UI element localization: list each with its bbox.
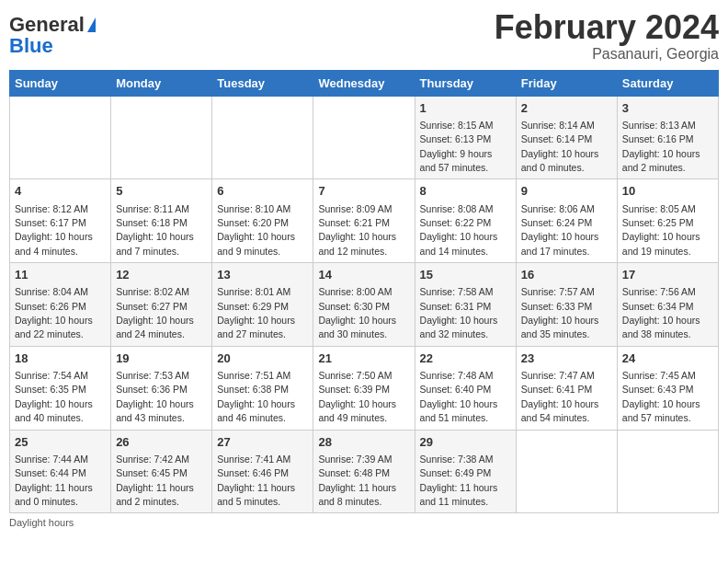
- calendar-cell: [212, 96, 313, 179]
- title-area: February 2024 Pasanauri, Georgia: [495, 9, 719, 63]
- day-number: 1: [420, 100, 511, 117]
- day-number: 15: [420, 267, 511, 283]
- calendar-week-4: 18Sunrise: 7:54 AM Sunset: 6:35 PM Dayli…: [10, 346, 719, 430]
- calendar-cell: 26Sunrise: 7:42 AM Sunset: 6:45 PM Dayli…: [111, 430, 212, 513]
- day-number: 20: [217, 350, 308, 367]
- day-info: Sunrise: 7:58 AM Sunset: 6:31 PM Dayligh…: [420, 286, 498, 339]
- day-info: Sunrise: 8:05 AM Sunset: 6:25 PM Dayligh…: [622, 203, 700, 257]
- day-number: 4: [15, 183, 106, 200]
- calendar-cell: 2Sunrise: 8:14 AM Sunset: 6:14 PM Daylig…: [516, 96, 617, 179]
- day-number: 6: [217, 183, 308, 200]
- day-number: 5: [116, 183, 207, 200]
- day-number: 23: [521, 350, 612, 367]
- day-number: 24: [622, 350, 713, 367]
- calendar-cell: 1Sunrise: 8:15 AM Sunset: 6:13 PM Daylig…: [415, 96, 516, 179]
- col-header-monday: Monday: [111, 70, 212, 96]
- day-number: 29: [420, 434, 511, 451]
- day-info: Sunrise: 8:01 AM Sunset: 6:29 PM Dayligh…: [217, 286, 295, 339]
- calendar-cell: 12Sunrise: 8:02 AM Sunset: 6:27 PM Dayli…: [111, 263, 212, 347]
- calendar-week-5: 25Sunrise: 7:44 AM Sunset: 6:44 PM Dayli…: [10, 430, 719, 513]
- day-info: Sunrise: 8:02 AM Sunset: 6:27 PM Dayligh…: [116, 286, 194, 339]
- calendar-cell: 8Sunrise: 8:08 AM Sunset: 6:22 PM Daylig…: [415, 179, 516, 263]
- page-header: General Blue February 2024 Pasanauri, Ge…: [9, 9, 719, 63]
- calendar-cell: 27Sunrise: 7:41 AM Sunset: 6:46 PM Dayli…: [212, 430, 313, 513]
- day-info: Sunrise: 8:10 AM Sunset: 6:20 PM Dayligh…: [217, 203, 295, 257]
- day-number: 17: [622, 267, 713, 283]
- calendar-cell: 17Sunrise: 7:56 AM Sunset: 6:34 PM Dayli…: [617, 263, 718, 347]
- calendar-cell: 9Sunrise: 8:06 AM Sunset: 6:24 PM Daylig…: [516, 179, 617, 263]
- day-number: 26: [116, 434, 207, 451]
- day-number: 28: [318, 434, 409, 451]
- day-info: Sunrise: 8:00 AM Sunset: 6:30 PM Dayligh…: [318, 286, 396, 339]
- calendar-cell: 13Sunrise: 8:01 AM Sunset: 6:29 PM Dayli…: [212, 263, 313, 347]
- logo: General Blue: [9, 13, 96, 58]
- day-info: Sunrise: 7:42 AM Sunset: 6:45 PM Dayligh…: [116, 454, 194, 507]
- day-number: 27: [217, 434, 308, 451]
- day-info: Sunrise: 8:11 AM Sunset: 6:18 PM Dayligh…: [116, 203, 194, 257]
- calendar-cell: 7Sunrise: 8:09 AM Sunset: 6:21 PM Daylig…: [313, 179, 415, 263]
- day-info: Sunrise: 8:04 AM Sunset: 6:26 PM Dayligh…: [15, 286, 93, 339]
- day-number: 2: [521, 100, 612, 117]
- day-info: Sunrise: 7:54 AM Sunset: 6:35 PM Dayligh…: [15, 370, 93, 423]
- day-number: 13: [217, 267, 308, 283]
- calendar-cell: 4Sunrise: 8:12 AM Sunset: 6:17 PM Daylig…: [10, 179, 111, 263]
- logo-text: General Blue: [9, 13, 96, 58]
- calendar-cell: 22Sunrise: 7:48 AM Sunset: 6:40 PM Dayli…: [415, 346, 516, 430]
- calendar-cell: 6Sunrise: 8:10 AM Sunset: 6:20 PM Daylig…: [212, 179, 313, 263]
- calendar-cell: 11Sunrise: 8:04 AM Sunset: 6:26 PM Dayli…: [10, 263, 111, 347]
- day-number: 12: [116, 267, 207, 283]
- col-header-sunday: Sunday: [10, 70, 111, 96]
- calendar-cell: 15Sunrise: 7:58 AM Sunset: 6:31 PM Dayli…: [415, 263, 516, 347]
- col-header-wednesday: Wednesday: [313, 70, 415, 96]
- day-info: Sunrise: 7:53 AM Sunset: 6:36 PM Dayligh…: [116, 370, 194, 423]
- calendar-cell: 10Sunrise: 8:05 AM Sunset: 6:25 PM Dayli…: [617, 179, 718, 263]
- calendar-table: SundayMondayTuesdayWednesdayThursdayFrid…: [9, 70, 719, 514]
- col-header-thursday: Thursday: [415, 70, 516, 96]
- day-number: 3: [622, 100, 713, 117]
- footer-note: Daylight hours: [9, 517, 719, 528]
- day-info: Sunrise: 8:09 AM Sunset: 6:21 PM Dayligh…: [318, 203, 396, 257]
- day-info: Sunrise: 7:38 AM Sunset: 6:49 PM Dayligh…: [420, 454, 498, 507]
- day-info: Sunrise: 7:39 AM Sunset: 6:48 PM Dayligh…: [318, 454, 396, 507]
- day-number: 8: [420, 183, 511, 200]
- calendar-cell: 5Sunrise: 8:11 AM Sunset: 6:18 PM Daylig…: [111, 179, 212, 263]
- day-info: Sunrise: 7:57 AM Sunset: 6:33 PM Dayligh…: [521, 286, 599, 339]
- day-info: Sunrise: 7:51 AM Sunset: 6:38 PM Dayligh…: [217, 370, 295, 423]
- calendar-cell: [111, 96, 212, 179]
- day-number: 16: [521, 267, 612, 283]
- calendar-cell: 21Sunrise: 7:50 AM Sunset: 6:39 PM Dayli…: [313, 346, 415, 430]
- col-header-saturday: Saturday: [617, 70, 718, 96]
- calendar-cell: [516, 430, 617, 513]
- calendar-week-2: 4Sunrise: 8:12 AM Sunset: 6:17 PM Daylig…: [10, 179, 719, 263]
- day-info: Sunrise: 7:47 AM Sunset: 6:41 PM Dayligh…: [521, 370, 599, 423]
- calendar-cell: 14Sunrise: 8:00 AM Sunset: 6:30 PM Dayli…: [313, 263, 415, 347]
- day-number: 21: [318, 350, 409, 367]
- calendar-cell: 25Sunrise: 7:44 AM Sunset: 6:44 PM Dayli…: [10, 430, 111, 513]
- day-info: Sunrise: 8:12 AM Sunset: 6:17 PM Dayligh…: [15, 203, 93, 257]
- day-info: Sunrise: 7:41 AM Sunset: 6:46 PM Dayligh…: [217, 454, 295, 507]
- day-info: Sunrise: 7:48 AM Sunset: 6:40 PM Dayligh…: [420, 370, 498, 423]
- day-number: 9: [521, 183, 612, 200]
- day-info: Sunrise: 8:08 AM Sunset: 6:22 PM Dayligh…: [420, 203, 498, 257]
- day-info: Sunrise: 8:14 AM Sunset: 6:14 PM Dayligh…: [521, 120, 599, 173]
- calendar-cell: [10, 96, 111, 179]
- calendar-cell: 29Sunrise: 7:38 AM Sunset: 6:49 PM Dayli…: [415, 430, 516, 513]
- calendar-week-3: 11Sunrise: 8:04 AM Sunset: 6:26 PM Dayli…: [10, 263, 719, 347]
- day-info: Sunrise: 7:45 AM Sunset: 6:43 PM Dayligh…: [622, 370, 700, 423]
- calendar-cell: 20Sunrise: 7:51 AM Sunset: 6:38 PM Dayli…: [212, 346, 313, 430]
- col-header-tuesday: Tuesday: [212, 70, 313, 96]
- calendar-cell: 16Sunrise: 7:57 AM Sunset: 6:33 PM Dayli…: [516, 263, 617, 347]
- calendar-cell: [313, 96, 415, 179]
- calendar-cell: 28Sunrise: 7:39 AM Sunset: 6:48 PM Dayli…: [313, 430, 415, 513]
- day-info: Sunrise: 7:44 AM Sunset: 6:44 PM Dayligh…: [15, 454, 93, 507]
- day-number: 22: [420, 350, 511, 367]
- day-number: 18: [15, 350, 106, 367]
- day-number: 11: [15, 267, 106, 283]
- day-number: 14: [318, 267, 409, 283]
- day-info: Sunrise: 8:06 AM Sunset: 6:24 PM Dayligh…: [521, 203, 599, 257]
- day-info: Sunrise: 8:15 AM Sunset: 6:13 PM Dayligh…: [420, 120, 494, 173]
- day-number: 7: [318, 183, 409, 200]
- col-header-friday: Friday: [516, 70, 617, 96]
- calendar-cell: 23Sunrise: 7:47 AM Sunset: 6:41 PM Dayli…: [516, 346, 617, 430]
- calendar-week-1: 1Sunrise: 8:15 AM Sunset: 6:13 PM Daylig…: [10, 96, 719, 179]
